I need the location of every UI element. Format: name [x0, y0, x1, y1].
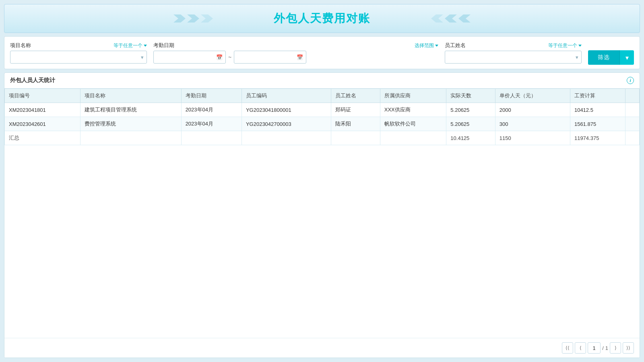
cell-action-2: [625, 117, 640, 131]
info-icon[interactable]: i: [627, 77, 634, 84]
pagination-bar: ⟨⟨ ⟨ / 1 ⟩ ⟩⟩: [4, 338, 640, 358]
deco-arrow-1: [173, 14, 186, 23]
project-name-label: 项目名称: [10, 42, 31, 49]
filter-label-row-date: 考勤日期 选择范围: [153, 42, 438, 49]
summary-empty-4: [331, 131, 380, 145]
header-deco-right: [431, 14, 471, 23]
cell-attendance-date: 2023年04月: [181, 117, 242, 131]
summary-action: [625, 131, 640, 145]
data-table: 项目编号 项目名称 考勤日期 员工编码 员工姓名 所属供应商 实际天数 单价人天…: [4, 88, 640, 145]
cell-project-no: XM2023041801: [5, 103, 80, 117]
project-name-input[interactable]: [10, 51, 147, 64]
summary-empty-3: [242, 131, 331, 145]
date-end-input[interactable]: [234, 51, 306, 64]
prev-page-button[interactable]: ⟨: [575, 342, 586, 354]
table-row: XM2023042601 费控管理系统 2023年04月 YG202304270…: [5, 117, 640, 131]
expand-icon: ▾: [625, 54, 629, 62]
date-start-wrap: 📅: [153, 51, 226, 64]
summary-unit-price: 1150: [495, 131, 570, 145]
summary-row: 汇总 10.4125 1150 11974.375: [5, 131, 640, 145]
employee-input-wrap: ▾: [445, 51, 582, 64]
col-action: [625, 89, 640, 103]
next-page-icon: ⟩: [615, 345, 617, 351]
date-separator: ~: [228, 54, 231, 60]
col-supplier: 所属供应商: [380, 89, 446, 103]
summary-label: 汇总: [5, 131, 80, 145]
next-page-button[interactable]: ⟩: [610, 342, 621, 354]
cell-actual-days: 5.20625: [446, 103, 495, 117]
cell-supplier: XXX供应商: [380, 103, 446, 117]
col-attendance-date: 考勤日期: [181, 89, 242, 103]
filter-group-project: 项目名称 等于任意一个 ▾: [10, 42, 147, 64]
filter-group-date: 考勤日期 选择范围 📅 ~ 📅: [153, 42, 438, 64]
current-page-input[interactable]: [588, 342, 601, 354]
cell-salary-calc: 1561.875: [570, 117, 625, 131]
header-deco-left: [173, 14, 213, 23]
cell-employee-name: 郑码证: [331, 103, 380, 117]
cell-attendance-date: 2023年04月: [181, 103, 242, 117]
table-scroll-area[interactable]: 项目编号 项目名称 考勤日期 员工编码 员工姓名 所属供应商 实际天数 单价人天…: [4, 88, 640, 338]
deco-arrow-6: [458, 14, 471, 23]
cell-project-no: XM2023042601: [5, 117, 80, 131]
last-page-icon: ⟩⟩: [626, 345, 630, 351]
col-employee-code: 员工编码: [242, 89, 331, 103]
page-wrapper: 外包人天费用对账 项目名称 等于任意一个 ▾ 考勤日: [0, 0, 644, 362]
table-header-bar: 外包人员人天统计 i: [4, 73, 640, 88]
deco-arrow-5: [445, 14, 457, 23]
first-page-button[interactable]: ⟨⟨: [562, 342, 573, 354]
cell-employee-code: YG2023042700003: [242, 117, 331, 131]
last-page-button[interactable]: ⟩⟩: [623, 342, 634, 354]
summary-empty-1: [80, 131, 181, 145]
project-condition-arrow: [144, 45, 147, 47]
date-start-input[interactable]: [153, 51, 226, 64]
screen-button[interactable]: 筛选: [588, 50, 619, 65]
project-condition[interactable]: 等于任意一个: [114, 42, 147, 49]
filter-group-employee: 员工姓名 等于任意一个 ▾: [445, 42, 582, 64]
prev-page-icon: ⟨: [580, 345, 582, 351]
filter-label-row-project: 项目名称 等于任意一个: [10, 42, 147, 49]
cell-salary-calc: 10412.5: [570, 103, 625, 117]
date-condition-arrow: [435, 45, 438, 47]
employee-name-label: 员工姓名: [445, 42, 466, 49]
filter-label-row-employee: 员工姓名 等于任意一个: [445, 42, 582, 49]
cell-project-name: 建筑工程项目管理系统: [80, 103, 181, 117]
col-actual-days: 实际天数: [446, 89, 495, 103]
deco-arrow-4: [431, 14, 443, 23]
col-unit-price: 单价人天（元）: [495, 89, 570, 103]
total-pages: 1: [605, 345, 608, 351]
expand-button[interactable]: ▾: [619, 50, 634, 65]
page-separator: /: [602, 345, 604, 351]
summary-actual-days: 10.4125: [446, 131, 495, 145]
cell-employee-code: YG2023041800001: [242, 103, 331, 117]
main-content: 外包人员人天统计 i 项目编号 项目名称 考勤日期 员工编码 员工姓名 所属供应…: [4, 72, 640, 358]
cell-project-name: 费控管理系统: [80, 117, 181, 131]
cell-unit-price: 300: [495, 117, 570, 131]
cell-supplier: 帆软软件公司: [380, 117, 446, 131]
summary-empty-5: [380, 131, 446, 145]
project-input-wrap: ▾: [10, 51, 147, 64]
filter-bar: 项目名称 等于任意一个 ▾ 考勤日期 选择范围: [4, 36, 640, 69]
employee-condition[interactable]: 等于任意一个: [548, 42, 582, 49]
date-condition[interactable]: 选择范围: [415, 42, 438, 49]
col-salary-calc: 工资计算: [570, 89, 625, 103]
table-section-title: 外包人员人天统计: [10, 77, 55, 84]
deco-arrow-2: [187, 14, 199, 23]
page-title: 外包人天费用对账: [274, 11, 370, 26]
employee-name-input[interactable]: [445, 51, 582, 64]
col-employee-name: 员工姓名: [331, 89, 380, 103]
cell-actual-days: 5.20625: [446, 117, 495, 131]
table-header-row: 项目编号 项目名称 考勤日期 员工编码 员工姓名 所属供应商 实际天数 单价人天…: [5, 89, 640, 103]
page-header: 外包人天费用对账: [4, 4, 640, 33]
cell-employee-name: 陆禾阳: [331, 117, 380, 131]
summary-salary-calc: 11974.375: [570, 131, 625, 145]
employee-condition-arrow: [578, 45, 582, 47]
first-page-icon: ⟨⟨: [566, 345, 570, 351]
table-row: XM2023041801 建筑工程项目管理系统 2023年04月 YG20230…: [5, 103, 640, 117]
col-project-no: 项目编号: [5, 89, 80, 103]
date-range-wrap: 📅 ~ 📅: [153, 51, 438, 64]
cell-unit-price: 2000: [495, 103, 570, 117]
attendance-date-label: 考勤日期: [153, 42, 174, 49]
cell-action-1: [625, 103, 640, 117]
deco-arrow-3: [201, 14, 213, 23]
col-project-name: 项目名称: [80, 89, 181, 103]
